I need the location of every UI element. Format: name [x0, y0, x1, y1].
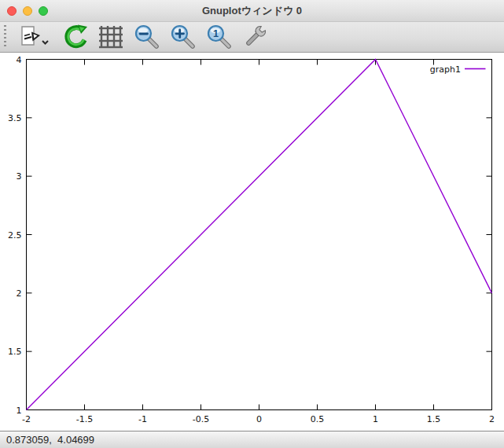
x-tick-label: -1.5: [76, 414, 93, 424]
y-tick-label: 2: [17, 288, 22, 299]
x-tick-label: 0: [256, 414, 262, 424]
x-tick-label: 0.5: [311, 414, 325, 424]
export-icon: [17, 24, 53, 50]
x-tick-label: 1.5: [427, 414, 441, 424]
y-tick-label: 3: [17, 171, 22, 182]
data-line: [27, 60, 492, 410]
y-tick-label: 4: [17, 55, 22, 65]
x-tick-label: -2: [22, 414, 31, 424]
plot-border: [27, 60, 492, 410]
x-tick-label: -0.5: [193, 414, 209, 424]
zoom-out-button[interactable]: [133, 23, 161, 51]
x-tick-label: 1: [373, 414, 378, 424]
y-tick-label: 1: [17, 406, 22, 416]
grid-icon: [97, 24, 125, 50]
replot-icon: [61, 24, 89, 50]
svg-text:1: 1: [213, 28, 219, 39]
zoom-reset-button[interactable]: 1: [205, 23, 234, 51]
x-tick-label: 2: [489, 414, 495, 424]
export-button[interactable]: [17, 23, 53, 51]
legend-label: graph1: [430, 64, 461, 75]
window-title: Gnuplotウィンドウ 0: [0, 0, 504, 21]
mouse-coordinates: 0.873059, 4.04699: [6, 434, 94, 446]
zoom-in-icon: [169, 24, 197, 50]
statusbar: 0.873059, 4.04699: [0, 431, 504, 448]
toolbar-drag-handle[interactable]: [4, 25, 6, 49]
y-tick-label: 2.5: [8, 230, 22, 241]
gnuplot-window: Gnuplotウィンドウ 0: [0, 0, 504, 448]
replot-button[interactable]: [61, 23, 89, 51]
x-tick-label: -1: [138, 414, 147, 424]
zoom-reset-icon: 1: [205, 24, 234, 50]
y-tick-label: 1.5: [8, 347, 22, 357]
zoom-out-icon: [133, 24, 161, 50]
wrench-icon: [241, 24, 270, 50]
zoom-in-button[interactable]: [169, 23, 197, 51]
titlebar: Gnuplotウィンドウ 0: [0, 0, 504, 22]
y-tick-label: 3.5: [8, 113, 22, 123]
toolbar: 1: [0, 22, 504, 53]
plot-canvas[interactable]: -2-1.5-1-0.500.511.5211.522.533.54graph1: [0, 53, 504, 431]
grid-button[interactable]: [97, 23, 125, 51]
options-button[interactable]: [241, 23, 270, 51]
plot-svg[interactable]: -2-1.5-1-0.500.511.5211.522.533.54graph1: [0, 53, 504, 431]
